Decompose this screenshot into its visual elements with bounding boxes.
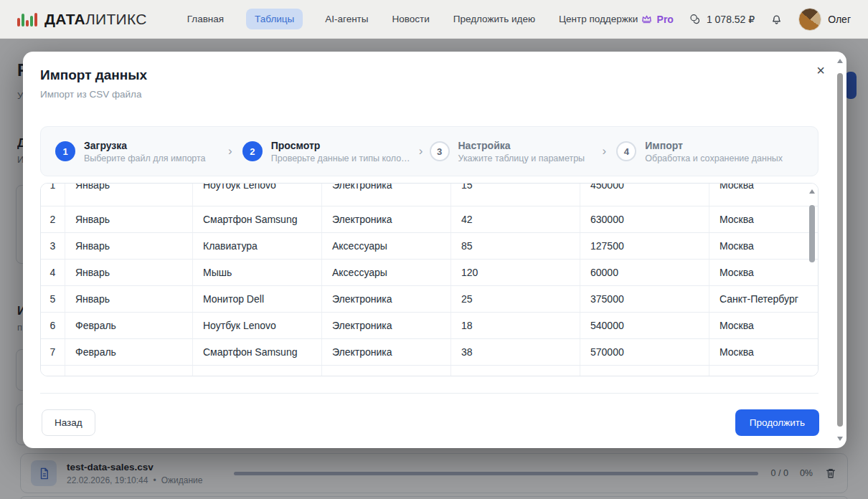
pro-label: Pro — [657, 14, 674, 25]
stepper-step[interactable]: 3 Настройка Укажите таблицу и параметры … — [430, 140, 617, 163]
table-scrollbar-thumb[interactable] — [809, 205, 815, 262]
row-number: 7 — [50, 346, 56, 358]
cell-revenue: 127500 — [590, 240, 624, 252]
cell-quantity: 25 — [461, 293, 473, 305]
cell-month: Январь — [75, 293, 110, 305]
chevron-right-icon: › — [228, 144, 232, 158]
step-number: 1 — [55, 141, 75, 161]
scroll-up-icon[interactable] — [809, 189, 815, 194]
continue-button[interactable]: Продолжить — [735, 409, 819, 436]
user-name: Олег — [828, 14, 851, 25]
row-number: 3 — [50, 240, 56, 252]
step-title: Просмотр — [271, 140, 410, 151]
row-number: 4 — [50, 267, 56, 278]
cell-category: Электроника — [332, 346, 392, 358]
cell-city: Москва — [720, 214, 754, 225]
cell-revenue: 630000 — [590, 214, 624, 225]
bell-icon — [770, 12, 783, 26]
bar-chart-logo-icon — [17, 12, 37, 27]
cell-product: Мышь — [203, 267, 232, 278]
cell-product: Монитор Dell — [203, 293, 264, 305]
navbar-right: Pro 1 078.52 ₽ Олег — [641, 8, 851, 31]
user-menu[interactable]: Олег — [798, 8, 851, 31]
row-number: 6 — [50, 320, 56, 331]
nav-item[interactable]: Таблицы — [246, 9, 303, 29]
step-title: Загрузка — [84, 140, 206, 151]
table-row: 5 Январь Монитор Dell Электроника 25 375… — [41, 286, 818, 313]
nav-item[interactable]: Новости — [391, 9, 431, 29]
balance-amount: 1 078.52 ₽ — [707, 14, 755, 25]
row-number: 5 — [50, 293, 56, 305]
cell-category: Электроника — [332, 293, 392, 305]
step-title: Настройка — [458, 140, 585, 151]
step-description: Выберите файл для импорта — [84, 153, 206, 163]
modal-scrollbar-thumb[interactable] — [837, 73, 843, 427]
notifications-button[interactable] — [770, 12, 783, 26]
data-preview-table: 1 Январь Ноутбук Lenovo Электроника 15 4… — [40, 183, 819, 376]
cell-category: Аксессуары — [332, 240, 387, 252]
cell-month: Январь — [75, 184, 110, 191]
cell-product: Смартфон Samsung — [203, 346, 297, 358]
stepper-step[interactable]: 2 Просмотр Проверьте данные и типы коло…… — [242, 140, 430, 163]
avatar — [798, 8, 821, 31]
nav-item[interactable]: Главная — [186, 9, 225, 29]
cell-revenue: 375000 — [590, 293, 624, 305]
cell-month: Январь — [75, 214, 110, 225]
cell-month: Февраль — [75, 320, 116, 331]
brand-name: ДАТАЛИТИКС — [44, 11, 147, 28]
cell-quantity: 15 — [461, 184, 473, 191]
pro-badge[interactable]: Pro — [641, 13, 674, 25]
modal-subtitle: Импорт из CSV файла — [40, 89, 141, 100]
step-number: 3 — [430, 141, 450, 161]
table-row: 3 Январь Клавиатура Аксессуары 85 127500… — [41, 233, 818, 260]
cell-category: Электроника — [332, 184, 392, 191]
modal-scrollbar[interactable] — [836, 57, 844, 442]
cell-city: Москва — [720, 240, 754, 252]
cell-city: Москва — [720, 320, 754, 331]
chevron-right-icon: › — [603, 144, 607, 158]
cell-city: Москва — [720, 267, 754, 278]
cell-product: Смартфон Samsung — [203, 214, 297, 225]
balance[interactable]: 1 078.52 ₽ — [689, 13, 755, 26]
nav-item[interactable]: Центр поддержки — [557, 9, 639, 29]
table-row: 6 Февраль Ноутбук Lenovo Электроника 18 … — [41, 313, 818, 339]
main-nav: Главная Таблицы AI-агенты Новости Предло… — [186, 9, 640, 29]
cell-revenue: 570000 — [590, 346, 624, 358]
stepper-step[interactable]: 1 Загрузка Выберите файл для импорта › — [55, 140, 242, 163]
scroll-up-icon[interactable] — [837, 59, 843, 63]
table-row: 2 Январь Смартфон Samsung Электроника 42… — [41, 206, 818, 233]
close-icon[interactable]: × — [816, 63, 825, 77]
cell-quantity: 42 — [461, 214, 473, 225]
nav-item[interactable]: AI-агенты — [324, 9, 369, 29]
cell-category: Электроника — [332, 320, 392, 331]
step-number: 4 — [616, 141, 636, 161]
cell-revenue: 540000 — [590, 320, 624, 331]
cell-city: Москва — [720, 346, 754, 358]
cell-city: Москва — [720, 184, 754, 191]
stepper-step[interactable]: 4 Импорт Обработка и сохранение данных › — [616, 140, 803, 163]
table-scrollbar[interactable] — [808, 188, 816, 371]
chevron-right-icon: › — [419, 144, 423, 158]
modal-title: Импорт данных — [40, 67, 147, 83]
table-row: 1 Январь Ноутбук Lenovo Электроника 15 4… — [41, 184, 818, 206]
cell-month: Январь — [75, 240, 110, 252]
cell-revenue: 450000 — [590, 184, 624, 191]
row-number: 2 — [50, 214, 56, 225]
cell-month: Январь — [75, 267, 110, 278]
brand-logo[interactable]: ДАТАЛИТИКС — [17, 11, 147, 28]
cell-category: Электроника — [332, 214, 392, 225]
crown-icon — [641, 13, 653, 25]
cell-product: Ноутбук Lenovo — [203, 320, 276, 331]
scroll-down-icon[interactable] — [837, 437, 843, 441]
step-title: Импорт — [645, 140, 783, 151]
import-data-modal: Импорт данных Импорт из CSV файла × 1 За… — [23, 52, 846, 448]
footer-divider — [40, 393, 819, 394]
table-rows: 1 Январь Ноутбук Lenovo Электроника 15 4… — [41, 184, 818, 366]
step-description: Укажите таблицу и параметры — [458, 153, 585, 163]
back-button[interactable]: Назад — [42, 409, 95, 436]
nav-item[interactable]: Предложить идею — [452, 9, 537, 29]
coins-icon — [689, 13, 702, 26]
table-row: 7 Февраль Смартфон Samsung Электроника 3… — [41, 339, 818, 366]
cell-category: Аксессуары — [332, 267, 387, 278]
step-description: Проверьте данные и типы коло… — [271, 153, 410, 163]
